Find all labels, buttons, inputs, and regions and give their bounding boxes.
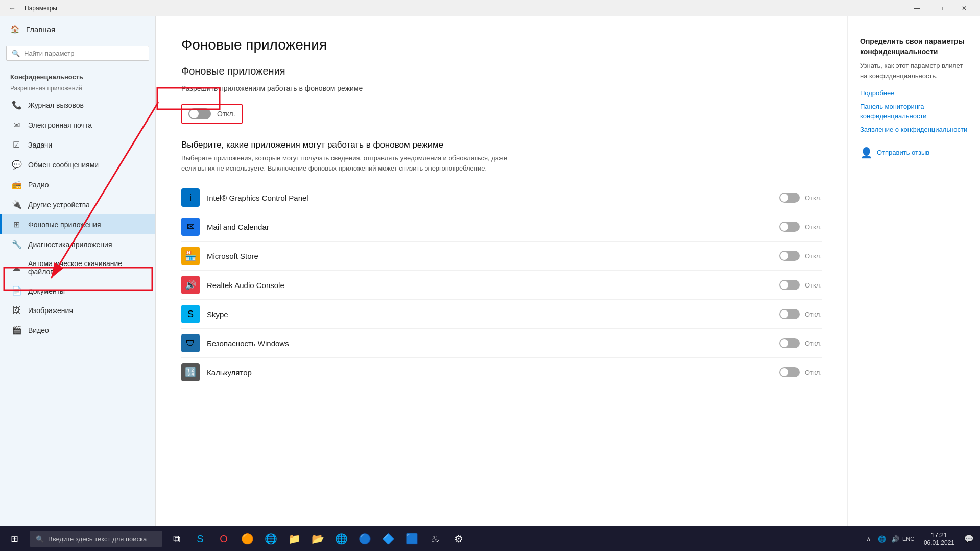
sidebar-icon-devices: 🔌 [12, 200, 21, 209]
app-toggle-realtek[interactable] [779, 280, 800, 290]
sidebar-item-autodownload[interactable]: ☁ Автоматическое скачивание файлов [0, 254, 155, 281]
taskbar-app9[interactable]: 🟦 [400, 528, 423, 550]
tray-arrow[interactable]: ∧ [863, 529, 875, 549]
feedback-row[interactable]: 👤 Отправить отзыв [860, 147, 968, 159]
app-name-skype: Skype [207, 310, 772, 319]
allow-desc: Разрешить приложениям работать в фоновом… [181, 83, 822, 94]
close-button[interactable]: ✕ [952, 0, 976, 16]
taskbar-opera[interactable]: O [212, 528, 235, 550]
app-toggle-calc[interactable] [779, 367, 800, 377]
taskbar-tray: ∧ 🌐 🔊 ENG [858, 529, 919, 549]
sidebar-item-radio[interactable]: 📻 Радио [0, 175, 155, 195]
sidebar-icon-email: ✉ [12, 120, 21, 130]
page-title: Фоновые приложения [181, 37, 822, 53]
link-privacy[interactable]: Заявление о конфиденциальности [860, 125, 968, 134]
sidebar-icon-autodownload: ☁ [12, 263, 21, 273]
toggle-knob [189, 109, 199, 118]
taskbar-skype[interactable]: S [189, 528, 211, 550]
right-sidebar: Определить свои параметры конфиденциальн… [847, 16, 980, 526]
app-toggle-label-security: Откл. [805, 340, 822, 347]
sidebar-home[interactable]: 🏠 Главная [0, 16, 155, 42]
main-toggle[interactable] [188, 108, 211, 119]
app-icon-skype: S [181, 305, 200, 323]
toggle-knob-calc [780, 368, 788, 376]
app-toggle-area-calc: Откл. [779, 367, 822, 377]
app-row-intel: i Intel® Graphics Control Panel Откл. [181, 183, 822, 212]
sidebar-icon-diagnostics: 🔧 [12, 239, 21, 249]
minimize-button[interactable]: — [905, 0, 929, 16]
app-toggle-area-security: Откл. [779, 338, 822, 348]
sidebar-icon-tasks: ☑ [12, 140, 21, 150]
toggle-knob-security [780, 339, 788, 347]
sidebar-item-documents[interactable]: 📄 Документы [0, 281, 155, 301]
taskbar-search[interactable]: 🔍 Введите здесь текст для поиска [30, 531, 162, 547]
sidebar-icon-background: ⊞ [12, 220, 21, 229]
app-toggle-intel[interactable] [779, 193, 800, 203]
tray-clock[interactable]: 17:21 06.01.2021 [920, 526, 959, 551]
taskbar-app8[interactable]: 🔷 [377, 528, 399, 550]
sidebar-item-tasks[interactable]: ☑ Задачи [0, 135, 155, 155]
sidebar-label-images: Изображения [28, 306, 73, 315]
toggle-knob-skype [780, 310, 788, 318]
tray-network[interactable]: 🌐 [876, 529, 888, 549]
notification-button[interactable]: 💬 [960, 526, 978, 551]
taskbar-search-icon: 🔍 [36, 535, 44, 543]
app-name-security: Безопасность Windows [207, 339, 772, 348]
back-button[interactable]: ← [4, 0, 20, 16]
link-dashboard[interactable]: Панель мониторинга конфиденциальности [860, 102, 968, 121]
tray-volume[interactable]: 🔊 [889, 529, 901, 549]
start-button[interactable]: ⊞ [2, 526, 27, 551]
feedback-icon: 👤 [860, 147, 873, 159]
app-toggle-label-mail: Откл. [805, 223, 822, 231]
app-name-mail: Mail and Calendar [207, 223, 772, 231]
choose-section-title: Выберите, какие приложения могут работат… [181, 140, 822, 150]
taskbar-chrome[interactable]: 🌐 [330, 528, 352, 550]
app-icon-intel: i [181, 188, 200, 207]
search-icon: 🔍 [12, 50, 20, 57]
tray-battery[interactable]: ENG [902, 529, 915, 549]
taskbar-app7[interactable]: 🔵 [353, 528, 376, 550]
app-name-intel: Intel® Graphics Control Panel [207, 194, 772, 202]
search-input[interactable] [24, 50, 144, 57]
taskbar-taskview[interactable]: ⧉ [165, 528, 188, 550]
taskbar-app3[interactable]: 🟠 [236, 528, 258, 550]
sidebar-label-background: Фоновые приложения [28, 221, 101, 229]
title-bar: ← Параметры — □ ✕ [0, 0, 980, 16]
taskbar-steam[interactable]: ♨ [424, 528, 446, 550]
app-toggle-label-realtek: Откл. [805, 281, 822, 289]
choose-section-desc: Выберите приложения, которые могут получ… [181, 153, 513, 173]
sidebar-label-email: Электронная почта [28, 121, 92, 129]
app-toggle-skype[interactable] [779, 309, 800, 319]
sidebar-item-video[interactable]: 🎬 Видео [0, 320, 155, 340]
app-row-security: 🛡 Безопасность Windows Откл. [181, 329, 822, 358]
app-row-mail: ✉ Mail and Calendar Откл. [181, 212, 822, 242]
app-row-store: 🏪 Microsoft Store Откл. [181, 242, 822, 271]
app-row-skype: S Skype Откл. [181, 300, 822, 329]
sidebar-label-diagnostics: Диагностика приложения [28, 241, 112, 249]
sidebar-item-messaging[interactable]: 💬 Обмен сообщениями [0, 155, 155, 175]
taskbar: ⊞ 🔍 Введите здесь текст для поиска ⧉ S O… [0, 526, 980, 551]
taskbar-settings[interactable]: ⚙ [447, 528, 470, 550]
app-toggle-security[interactable] [779, 338, 800, 348]
app-toggle-mail[interactable] [779, 222, 800, 232]
feedback-label[interactable]: Отправить отзыв [877, 148, 929, 157]
sidebar-item-images[interactable]: 🖼 Изображения [0, 301, 155, 320]
link-more[interactable]: Подробнее [860, 89, 968, 98]
sidebar-item-calls[interactable]: 📞 Журнал вызовов [0, 95, 155, 115]
sidebar-item-devices[interactable]: 🔌 Другие устройства [0, 195, 155, 214]
app-name-store: Microsoft Store [207, 252, 772, 260]
app-toggle-area-mail: Откл. [779, 222, 822, 232]
sidebar-label-video: Видео [28, 326, 49, 334]
app-icon-mail: ✉ [181, 218, 200, 236]
sidebar-search-box[interactable]: 🔍 [6, 46, 149, 61]
app-icon-security: 🛡 [181, 334, 200, 352]
sidebar-item-diagnostics[interactable]: 🔧 Диагностика приложения [0, 234, 155, 254]
app-toggle-store[interactable] [779, 251, 800, 261]
maximize-button[interactable]: □ [929, 0, 952, 16]
app-toggle-label-skype: Откл. [805, 310, 822, 318]
taskbar-edge[interactable]: 🌐 [259, 528, 282, 550]
sidebar-item-email[interactable]: ✉ Электронная почта [0, 115, 155, 135]
sidebar-item-background[interactable]: ⊞ Фоновые приложения [0, 214, 155, 234]
taskbar-files[interactable]: 📂 [306, 528, 329, 550]
taskbar-app5[interactable]: 📁 [283, 528, 305, 550]
